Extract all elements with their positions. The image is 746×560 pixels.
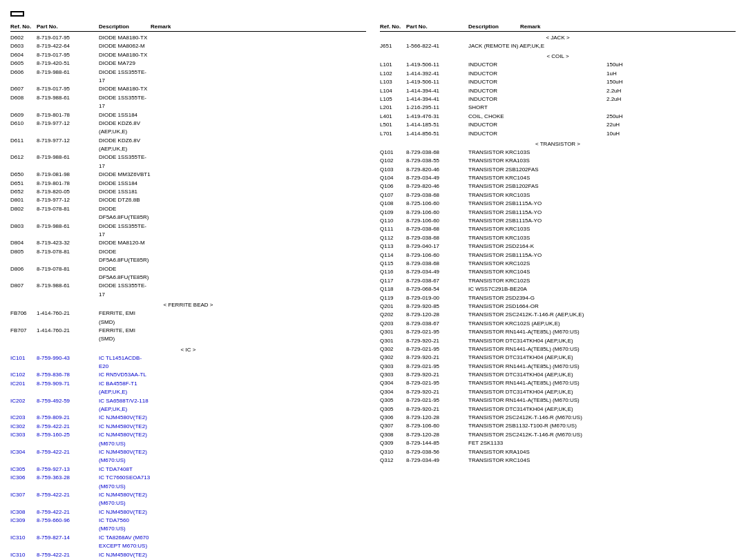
ref-cell: D651 [10, 180, 37, 188]
remark-cell [151, 59, 206, 68]
desc-cell: IC BA4558F-T1 (AEP,UK,E) [99, 380, 151, 397]
header-desc2: Description [468, 23, 520, 30]
desc-cell: FET 2SK1133 [468, 439, 606, 447]
list-item: Q3038-729-021-95TRANSISTOR RN1441-A(TE85… [380, 363, 736, 371]
desc-cell: IC WSS7C291B-BE20A [468, 285, 606, 293]
ref-cell: Q106 [380, 182, 406, 191]
part-cell: 8-729-106-60 [406, 209, 468, 217]
list-item: Q1138-729-040-17TRANSISTOR 2SD2164-K [380, 242, 736, 251]
ref-cell: Q112 [380, 234, 406, 242]
desc-cell: TRANSISTOR RN1441-A(TE85L) (M670:US) [468, 345, 606, 354]
part-cell: 8-729-038-56 [406, 448, 468, 456]
part-cell: 8-759-422-21 [37, 423, 99, 431]
part-cell: 8-719-820-05 [37, 188, 99, 196]
remark-cell [606, 345, 736, 354]
remark-cell [151, 431, 206, 448]
list-item: D6078-719-017-95DIODE MA8180-TX [10, 85, 366, 93]
ref-cell: D807 [10, 282, 37, 299]
list-item: D8058-719-078-81DIODE DF5A6.8FU(TE85R) [10, 248, 366, 265]
remark-cell: 150uH [606, 78, 736, 86]
remark-cell [606, 268, 736, 276]
part-cell: 8-759-809-21 [37, 414, 99, 422]
part-cell: 8-759-492-59 [37, 397, 99, 414]
ref-cell: L103 [380, 78, 406, 86]
desc-cell: DIODE DTZ6.8B [99, 196, 151, 204]
desc-cell: TRANSISTOR 2SB1132-T100-R (M670:US) [468, 422, 606, 430]
remark-cell [606, 182, 736, 191]
part-cell: 8-719-420-51 [37, 59, 99, 68]
ref-cell: D605 [10, 59, 37, 68]
list-item: IC3048-759-422-21IC NJM4580V(TE2) (M670:… [10, 448, 366, 465]
desc-cell: IC NJM4580V(TE2) (M670:US) [99, 448, 151, 465]
desc-cell: TRANSISTOR KRC102S [468, 277, 606, 285]
list-item: D6058-719-420-51DIODE MA729 [10, 59, 366, 68]
desc-cell: TRANSISTOR 2SD2164-K [468, 242, 606, 251]
ref-cell: IC307 [10, 491, 37, 508]
part-cell: 8-719-078-81 [37, 265, 99, 282]
ref-cell: D801 [10, 196, 37, 204]
list-item: IC2018-759-909-71IC BA4558F-T1 (AEP,UK,E… [10, 380, 366, 397]
desc-cell: TRANSISTOR KRC104S [468, 268, 606, 276]
desc-cell: TRANSISTOR KRC103S [468, 225, 606, 233]
ref-cell: Q303 [380, 371, 406, 379]
part-cell: 8-729-038-68 [406, 148, 468, 157]
remark-cell [606, 200, 736, 208]
list-item: Q3088-729-120-28TRANSISTOR 2SC2412K-T-14… [380, 431, 736, 439]
ref-cell: IC306 [10, 474, 37, 491]
list-item: IC2028-759-492-59IC SA6588T/V2-118 (AEP,… [10, 397, 366, 414]
ref-cell: D802 [10, 205, 37, 222]
part-cell: 8-719-017-95 [37, 51, 99, 59]
remark-cell [606, 388, 736, 396]
ref-cell: Q305 [380, 396, 406, 405]
list-item: Q3028-729-021-95TRANSISTOR RN1441-A(TE85… [380, 345, 736, 354]
remark-cell [606, 328, 736, 336]
desc-cell: TRANSISTOR DTC314TKH04 (AEP,UK,E) [468, 371, 606, 379]
ref-cell: Q119 [380, 294, 406, 302]
part-cell: 1-419-506-11 [406, 61, 468, 69]
desc-cell: TRANSISTOR KRC102S [468, 260, 606, 268]
part-cell: 1-414-760-21 [37, 327, 99, 344]
ref-cell: Q302 [380, 345, 406, 354]
list-item: L1041-414-394-41INDUCTOR2.2uH [380, 87, 736, 95]
part-cell: 8-759-422-21 [37, 491, 99, 508]
remark-cell [151, 68, 206, 86]
list-item: IC3078-759-422-21IC NJM4580V(TE2) (M670:… [10, 491, 366, 508]
ref-cell: Q111 [380, 225, 406, 233]
desc-cell: DIODE 1SS355TE-17 [99, 68, 151, 86]
left-header: Ref. No. Part No. Description Remark [10, 23, 366, 32]
list-item: Q2018-729-920-85TRANSISTOR 2SD1664-OR [380, 302, 736, 311]
ref-cell: Q115 [380, 260, 406, 268]
header-ref: Ref. No. [10, 23, 37, 30]
desc-cell: TRANSISTOR KRC103S [468, 234, 606, 242]
list-item: D6118-719-977-12DIODE KDZ6.8V (AEP,UK,E) [10, 137, 366, 154]
remark-cell [151, 180, 206, 188]
part-cell: 1-414-394-41 [406, 87, 468, 95]
desc-cell: TRANSISTOR RN1441-A(TE85L) (M670:US) [468, 396, 606, 405]
desc-cell: COIL, CHOKE [468, 113, 606, 121]
desc-cell: DIODE MA8120-M [99, 239, 151, 247]
desc-cell: DIODE 1SS355TE-17 [99, 222, 151, 240]
remark-cell [606, 234, 736, 242]
desc-cell: TRANSISTOR KRC103S [468, 191, 606, 200]
list-item: Q3068-729-120-28TRANSISTOR 2SC2412K-T-14… [380, 414, 736, 422]
part-cell: 8-759-909-71 [37, 380, 99, 397]
desc-cell: DIODE 1SS355TE-17 [99, 282, 151, 299]
list-item: D6128-719-988-61DIODE 1SS355TE-17 [10, 153, 366, 171]
part-cell: 8-729-820-46 [406, 166, 468, 174]
list-item: L1021-414-392-41INDUCTOR1uH [380, 70, 736, 78]
part-cell: 1-414-185-51 [406, 121, 468, 129]
ref-cell: Q307 [380, 422, 406, 430]
header-ref2: Ref. No. [380, 23, 406, 30]
header-remark2: Remark [520, 23, 736, 30]
list-item: L1011-419-506-11INDUCTOR150uH [380, 61, 736, 69]
left-rows: D6028-719-017-95DIODE MA8180-TXD6038-719… [10, 34, 366, 560]
list-item: Q1088-725-106-60TRANSISTOR 2SB1115A-YO [380, 200, 736, 208]
desc-cell: JACK (REMOTE IN) AEP,UK,E [468, 42, 606, 50]
list-item: IC3098-759-660-96IC TDA7560 (M670:US) [10, 516, 366, 534]
main-badge [10, 11, 24, 17]
part-cell: 8-729-019-00 [406, 294, 468, 302]
desc-cell: DIODE DF5A6.8FU(TE85R) [99, 205, 151, 222]
list-item: D8028-719-078-81DIODE DF5A6.8FU(TE85R) [10, 205, 366, 222]
list-item: Q2028-729-120-28TRANSISTOR 2SC2412K-T-14… [380, 311, 736, 319]
ref-cell: IC102 [10, 371, 37, 379]
